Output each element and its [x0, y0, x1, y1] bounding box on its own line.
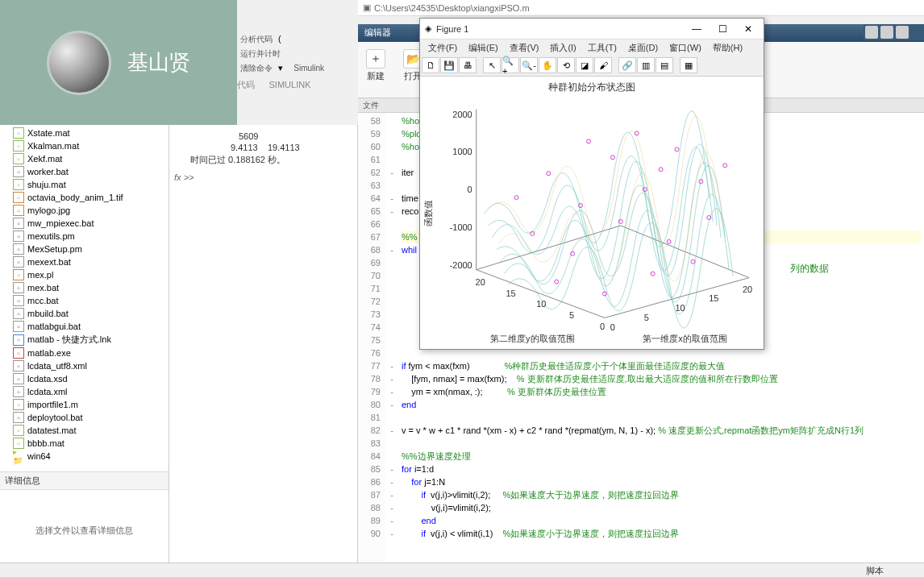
file-item[interactable]: ▫matlab.exe — [2, 347, 167, 359]
svg-text:-1000: -1000 — [450, 222, 472, 232]
file-type-icon: ▫ — [13, 399, 24, 410]
maximize-button[interactable]: ☐ — [712, 22, 733, 36]
file-type-icon: ▫ — [13, 256, 24, 268]
save-figure-icon[interactable]: 💾 — [440, 57, 458, 73]
file-item[interactable]: ▫mcc.bat — [2, 294, 167, 307]
file-item[interactable]: ▸📁win64 — [2, 450, 167, 463]
figure-menu-item[interactable]: 插入(I) — [545, 41, 581, 54]
simulink-button[interactable]: Simulink — [290, 62, 327, 74]
datatip-icon[interactable]: ◪ — [576, 57, 593, 73]
figure-menu-item[interactable]: 编辑(E) — [464, 41, 503, 54]
svg-point-15 — [531, 231, 535, 235]
svg-point-23 — [691, 259, 695, 264]
svg-point-14 — [723, 164, 727, 168]
file-type-icon: ▫ — [13, 386, 24, 397]
svg-text:1000: 1000 — [452, 147, 472, 156]
file-type-icon: ▫ — [13, 153, 24, 164]
minimize-button[interactable]: — — [686, 22, 707, 36]
ribbon-icon[interactable] — [865, 26, 878, 39]
code-comment-fragment: 列的数据 — [790, 262, 829, 276]
file-item[interactable]: ▫lcdata.xsd — [2, 372, 167, 385]
file-item[interactable]: ▫octavia_body_anim_1.tif — [2, 191, 167, 204]
status-text: 脚本 — [866, 565, 884, 575]
file-tree[interactable]: ▫Xstate.mat▫Xkalman.mat▫Xekf.mat▫worker.… — [0, 125, 169, 471]
z-label: 函数值 — [423, 200, 433, 226]
ribbon-icon[interactable] — [896, 26, 909, 39]
close-button[interactable]: ✕ — [738, 22, 759, 36]
print-icon[interactable]: 🖶 — [459, 57, 477, 73]
figure-menu-item[interactable]: 文件(F) — [423, 41, 462, 54]
figure-axes[interactable]: 种群初始分布状态图 200010000-1000-2000 — [420, 77, 764, 349]
file-item[interactable]: ▫worker.bat — [2, 165, 167, 178]
new-figure-icon[interactable]: 🗋 — [422, 57, 439, 73]
svg-point-19 — [707, 215, 711, 219]
file-item[interactable]: ▫matlabgui.bat — [2, 320, 167, 333]
run-time-button[interactable]: 运行并计时 — [237, 47, 284, 61]
file-item[interactable]: ▫matlab - 快捷方式.lnk — [2, 333, 167, 347]
file-name: deploytool.bat — [27, 413, 83, 422]
hide-tools-icon[interactable]: ▦ — [680, 57, 697, 73]
file-item[interactable]: ▫Xstate.mat — [2, 127, 167, 139]
file-item[interactable]: ▫mex.pl — [2, 268, 167, 281]
analyze-code-button[interactable]: 分析代码 — [237, 32, 276, 47]
file-item[interactable]: ▫shuju.mat — [2, 178, 167, 191]
file-type-icon: ▸📁 — [13, 450, 24, 462]
file-name: Xkalman.mat — [27, 141, 79, 151]
file-item[interactable]: ▫mex.bat — [2, 281, 167, 294]
legend-icon[interactable]: ▤ — [656, 57, 673, 73]
file-item[interactable]: ▫importfile1.m — [2, 398, 167, 411]
file-type-icon: ▫ — [13, 373, 24, 384]
file-item[interactable]: ▫Xkalman.mat — [2, 139, 167, 152]
file-item[interactable]: ▫mbuild.bat — [2, 307, 167, 320]
clear-cmd-button[interactable]: 清除命令 — [237, 61, 276, 76]
command-window[interactable]: 5609 9.4113 19.4113 时间已过 0.188162 秒。 fx … — [169, 125, 358, 577]
colorbar-icon[interactable]: ▥ — [637, 57, 655, 73]
file-name: mcc.bat — [27, 296, 59, 305]
file-name: lcdata.xml — [27, 387, 68, 396]
file-type-icon: ▫ — [13, 230, 24, 242]
new-icon: ＋ — [366, 49, 385, 68]
file-item[interactable]: ▫mexext.bat — [2, 255, 167, 268]
file-type-icon: ▫ — [13, 425, 24, 436]
file-name: win64 — [27, 451, 51, 461]
figure-titlebar[interactable]: ◈ Figure 1 — ☐ ✕ — [420, 19, 764, 39]
ribbon-icon[interactable] — [880, 26, 893, 39]
pointer-icon[interactable]: ↖ — [483, 57, 501, 73]
file-item[interactable]: ▫mylogo.jpg — [2, 204, 167, 217]
file-item[interactable]: ▫bbbb.mat — [2, 437, 167, 450]
figure-menu-item[interactable]: 帮助(H) — [708, 41, 747, 54]
file-item[interactable]: ▫deploytool.bat — [2, 411, 167, 424]
file-type-icon: ▫ — [13, 140, 24, 152]
title-path: C:\Users\24535\Desktop\xiangxiPSO.m — [374, 3, 530, 13]
brush-icon[interactable]: 🖌 — [594, 57, 612, 73]
link-icon[interactable]: 🔗 — [618, 57, 636, 73]
figure-window[interactable]: ◈ Figure 1 — ☐ ✕ 文件(F)编辑(E)查看(V)插入(I)工具(… — [419, 18, 764, 350]
file-name: mw_mpiexec.bat — [27, 218, 94, 228]
new-button[interactable]: ＋新建 — [361, 45, 390, 85]
file-type-icon: ▫ — [13, 334, 24, 346]
file-type-icon: ▫ — [13, 179, 24, 190]
figure-toolbar[interactable]: 🗋 💾 🖶 ↖ 🔍+ 🔍- ✋ ⟲ ◪ 🖌 🔗 ▥ ▤ ▦ — [420, 56, 764, 77]
rotate-icon[interactable]: ⟲ — [557, 57, 575, 73]
figure-menu-item[interactable]: 桌面(D) — [623, 41, 663, 54]
zoom-in-icon[interactable]: 🔍+ — [502, 57, 519, 73]
file-item[interactable]: ▫MexSetup.pm — [2, 243, 167, 255]
file-item[interactable]: ▫mw_mpiexec.bat — [2, 217, 167, 230]
figure-menu-item[interactable]: 工具(T) — [583, 41, 622, 54]
figure-icon: ◈ — [425, 23, 431, 34]
file-item[interactable]: ▫Xekf.mat — [2, 152, 167, 165]
file-item[interactable]: ▫lcdata.xml — [2, 385, 167, 398]
svg-point-7 — [514, 196, 518, 200]
pan-icon[interactable]: ✋ — [539, 57, 556, 73]
file-item[interactable]: ▫lcdata_utf8.xml — [2, 359, 167, 372]
figure-menu-item[interactable]: 窗口(W) — [664, 41, 706, 54]
avatar — [47, 31, 111, 95]
file-item[interactable]: ▫mexutils.pm — [2, 230, 167, 243]
figure-menubar[interactable]: 文件(F)编辑(E)查看(V)插入(I)工具(T)桌面(D)窗口(W)帮助(H) — [420, 39, 764, 56]
file-item[interactable]: ▫datatest.mat — [2, 424, 167, 437]
figure-menu-item[interactable]: 查看(V) — [505, 41, 544, 54]
file-name: Xstate.mat — [27, 128, 70, 138]
zoom-out-icon[interactable]: 🔍- — [520, 57, 538, 73]
file-type-icon: ▫ — [13, 192, 24, 203]
svg-point-20 — [555, 280, 559, 284]
